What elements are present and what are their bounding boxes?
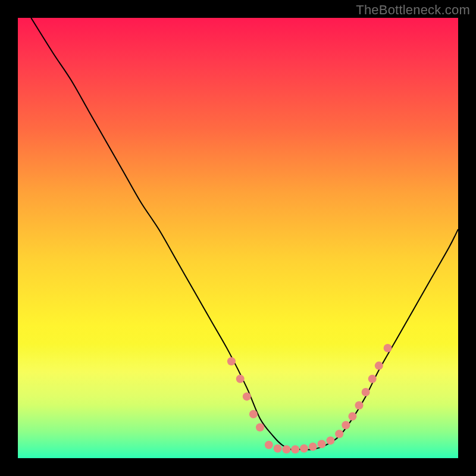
- marker-dot: [348, 412, 356, 421]
- marker-dot: [265, 441, 273, 449]
- plot-area: [18, 18, 458, 458]
- marker-dot: [243, 392, 251, 400]
- marker-dot: [236, 375, 245, 383]
- marker-dot: [291, 445, 299, 453]
- marker-dot: [362, 388, 370, 396]
- marker-dot: [227, 357, 236, 365]
- marker-dot: [256, 423, 264, 431]
- watermark-text: TheBottleneck.com: [356, 2, 470, 18]
- marker-dot: [300, 444, 308, 453]
- marker-dot: [355, 401, 364, 409]
- bottleneck-curve: [31, 18, 458, 450]
- marker-dot: [249, 410, 258, 418]
- marker-dot: [318, 440, 326, 448]
- marker-dot: [282, 445, 290, 453]
- chart-frame: TheBottleneck.com: [0, 0, 476, 476]
- marker-dot: [309, 443, 317, 451]
- marker-dot: [368, 375, 377, 383]
- chart-svg: [18, 18, 458, 458]
- marker-dot: [335, 430, 343, 438]
- marker-dot: [342, 421, 350, 430]
- marker-dot: [274, 444, 282, 453]
- marker-dot: [375, 362, 383, 370]
- marker-dot: [326, 436, 334, 444]
- marker-dot: [384, 344, 392, 352]
